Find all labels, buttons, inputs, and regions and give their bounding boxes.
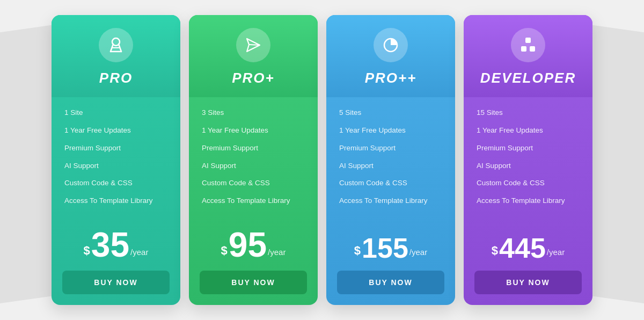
- pricing-card-proplus: PRO+ 3 Sites 1 Year Free Updates Premium…: [189, 15, 318, 305]
- feature-developer-0: 15 Sites: [477, 108, 580, 118]
- feature-proplus-3: AI Support: [202, 161, 305, 171]
- price-amount-developer: 445: [499, 234, 546, 262]
- card-header-developer: DEVELOPER: [464, 15, 592, 97]
- svg-rect-10: [530, 46, 535, 52]
- card-features-proplus: 3 Sites 1 Year Free Updates Premium Supp…: [189, 97, 318, 217]
- feature-developer-1: 1 Year Free Updates: [477, 126, 580, 136]
- feature-proplus-0: 3 Sites: [202, 108, 305, 118]
- price-dollar-pro: $: [84, 244, 90, 258]
- price-period-proplus: /year: [268, 248, 286, 257]
- pricing-card-pro: PRO 1 Site 1 Year Free Updates Premium S…: [52, 15, 180, 305]
- card-title-proplusplus: PRO++: [365, 70, 417, 86]
- feature-pro-0: 1 Site: [64, 108, 167, 118]
- card-title-proplus: PRO+: [232, 70, 275, 86]
- feature-developer-5: Access To Template Library: [477, 196, 580, 206]
- chart-icon: [374, 28, 408, 62]
- card-price-developer: $ 445 /year: [464, 223, 592, 271]
- pricing-card-developer: DEVELOPER 15 Sites 1 Year Free Updates P…: [464, 15, 592, 305]
- price-dollar-proplus: $: [221, 244, 228, 258]
- feature-proplusplus-5: Access To Template Library: [339, 196, 442, 206]
- card-price-proplusplus: $ 155 /year: [326, 223, 455, 271]
- card-price-proplus: $ 95 /year: [189, 217, 318, 271]
- card-price-pro: $ 35 /year: [52, 217, 180, 271]
- card-header-proplusplus: PRO++: [326, 15, 455, 97]
- feature-developer-3: AI Support: [477, 161, 580, 171]
- buy-button-pro[interactable]: BUY NOW: [62, 271, 170, 294]
- feature-pro-3: AI Support: [64, 161, 167, 171]
- price-period-pro: /year: [130, 248, 148, 257]
- card-features-developer: 15 Sites 1 Year Free Updates Premium Sup…: [464, 97, 592, 223]
- price-dollar-developer: $: [492, 244, 498, 258]
- svg-line-6: [249, 45, 260, 45]
- buy-button-developer[interactable]: BUY NOW: [474, 271, 582, 294]
- card-header-proplus: PRO+: [189, 15, 318, 97]
- feature-proplus-5: Access To Template Library: [202, 196, 305, 206]
- feature-developer-4: Custom Code & CSS: [477, 178, 580, 188]
- feature-proplus-1: 1 Year Free Updates: [202, 126, 305, 136]
- feature-pro-5: Access To Template Library: [64, 196, 167, 206]
- pricing-container: PRO 1 Site 1 Year Free Updates Premium S…: [30, 4, 614, 316]
- pricing-card-proplusplus: PRO++ 5 Sites 1 Year Free Updates Premiu…: [326, 15, 455, 305]
- svg-rect-9: [521, 46, 526, 52]
- card-title-pro: PRO: [99, 70, 133, 86]
- card-features-proplusplus: 5 Sites 1 Year Free Updates Premium Supp…: [326, 97, 455, 223]
- tools-icon: [99, 28, 133, 62]
- feature-proplusplus-3: AI Support: [339, 161, 442, 171]
- feature-developer-2: Premium Support: [477, 143, 580, 154]
- svg-rect-8: [525, 38, 531, 43]
- price-amount-pro: 35: [91, 228, 129, 262]
- blocks-icon: [511, 28, 545, 62]
- price-dollar-proplusplus: $: [354, 244, 361, 258]
- feature-proplus-2: Premium Support: [202, 143, 305, 154]
- price-period-proplusplus: /year: [409, 248, 427, 257]
- price-amount-proplusplus: 155: [362, 234, 408, 262]
- card-features-pro: 1 Site 1 Year Free Updates Premium Suppo…: [52, 97, 180, 217]
- feature-proplusplus-4: Custom Code & CSS: [339, 178, 442, 188]
- card-title-developer: DEVELOPER: [480, 70, 576, 86]
- feature-proplusplus-1: 1 Year Free Updates: [339, 126, 442, 136]
- card-header-pro: PRO: [52, 15, 180, 97]
- feature-pro-4: Custom Code & CSS: [64, 178, 167, 188]
- price-period-developer: /year: [547, 248, 565, 257]
- feature-proplusplus-0: 5 Sites: [339, 108, 442, 118]
- buy-button-proplus[interactable]: BUY NOW: [200, 271, 307, 294]
- feature-proplusplus-2: Premium Support: [339, 143, 442, 154]
- feature-pro-2: Premium Support: [64, 143, 167, 154]
- price-amount-proplus: 95: [229, 228, 267, 262]
- send-icon: [236, 28, 270, 62]
- feature-pro-1: 1 Year Free Updates: [64, 126, 167, 136]
- buy-button-proplusplus[interactable]: BUY NOW: [337, 271, 444, 294]
- feature-proplus-4: Custom Code & CSS: [202, 178, 305, 188]
